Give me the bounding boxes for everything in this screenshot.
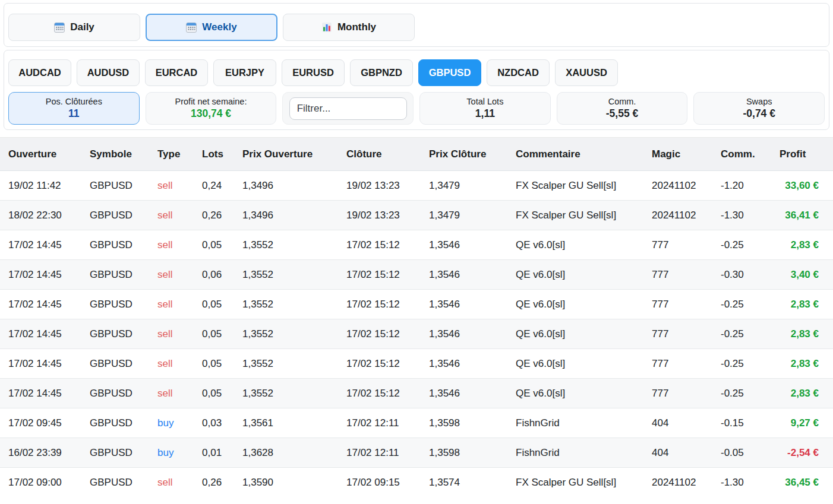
symbol-tab-gbpnzd[interactable]: GBPNZD <box>350 59 413 86</box>
cell-close-price: 1,3598 <box>421 438 507 468</box>
swaps-value: -0,74 € <box>743 107 775 120</box>
column-header: Magic <box>643 138 712 171</box>
column-header: Prix Clôture <box>421 138 507 171</box>
cell-open-time: 17/02 14:45 <box>0 290 81 319</box>
cell-comment: FX Scalper GU Sell[sl] <box>507 171 643 201</box>
commission-label: Comm. <box>608 97 636 106</box>
symbol-tab-nzdcad[interactable]: NZDCAD <box>487 59 550 86</box>
cell-lots: 0,05 <box>194 349 234 379</box>
cell-open-price: 1,3628 <box>234 438 338 468</box>
period-tab-monthly[interactable]: Monthly <box>283 14 415 41</box>
cell-close-price: 1,3598 <box>421 408 507 438</box>
total-lots-stat: Total Lots 1,11 <box>419 92 551 125</box>
cell-lots: 0,24 <box>194 171 234 201</box>
cell-open-time: 17/02 14:45 <box>0 260 81 290</box>
cell-close-price: 1,3546 <box>421 230 507 260</box>
cell-lots: 0,05 <box>194 230 234 260</box>
cell-magic: 777 <box>643 290 712 319</box>
symbol-tab-audcad[interactable]: AUDCAD <box>8 59 71 86</box>
cell-lots: 0,05 <box>194 379 234 408</box>
cell-lots: 0,05 <box>194 290 234 319</box>
stats-row: Pos. Clôturées 11 Profit net semaine: 13… <box>8 92 825 125</box>
cell-close-time: 17/02 15:12 <box>338 319 421 349</box>
calendar-icon <box>186 22 197 33</box>
cell-open-time: 18/02 22:30 <box>0 201 81 230</box>
symbol-tab-eurusd[interactable]: EURUSD <box>282 59 345 86</box>
cell-profit: 2,83 € <box>771 290 833 319</box>
column-header: Ouverture <box>0 138 81 171</box>
symbol-tab-eurcad[interactable]: EURCAD <box>145 59 208 86</box>
commission-value: -5,55 € <box>606 107 638 120</box>
cell-open-time: 17/02 14:45 <box>0 230 81 260</box>
cell-open-time: 16/02 23:39 <box>0 438 81 468</box>
cell-lots: 0,03 <box>194 408 234 438</box>
symbol-tab-label: EURJPY <box>225 67 264 78</box>
period-tab-weekly[interactable]: Weekly <box>146 14 277 41</box>
symbol-tab-label: XAUUSD <box>566 67 607 78</box>
cell-comment: QE v6.0[sl] <box>507 230 643 260</box>
cell-close-price: 1,3479 <box>421 171 507 201</box>
symbol-tab-label: NZDCAD <box>497 67 539 78</box>
cell-symbol: GBPUSD <box>81 201 149 230</box>
cell-comment: QE v6.0[sl] <box>507 319 643 349</box>
cell-symbol: GBPUSD <box>81 438 149 468</box>
cell-open-price: 1,3552 <box>234 290 338 319</box>
closed-positions-stat[interactable]: Pos. Clôturées 11 <box>8 92 140 125</box>
table-row: 17/02 14:45 GBPUSD sell 0,05 1,3552 17/0… <box>0 379 833 408</box>
table-row: 17/02 14:45 GBPUSD sell 0,05 1,3552 17/0… <box>0 230 833 260</box>
filter-box <box>282 92 414 125</box>
net-profit-stat: Profit net semaine: 130,74 € <box>146 92 277 125</box>
cell-type: sell <box>149 379 194 408</box>
symbol-tab-xauusd[interactable]: XAUUSD <box>555 59 618 86</box>
period-tab-label: Daily <box>70 21 94 33</box>
cell-type: sell <box>149 260 194 290</box>
column-header: Clôture <box>338 138 421 171</box>
cell-magic: 777 <box>643 379 712 408</box>
cell-lots: 0,06 <box>194 260 234 290</box>
cell-type: sell <box>149 319 194 349</box>
cell-type: sell <box>149 468 194 497</box>
cell-type: buy <box>149 408 194 438</box>
table-body: 19/02 11:42 GBPUSD sell 0,24 1,3496 19/0… <box>0 171 833 497</box>
cell-close-price: 1,3546 <box>421 260 507 290</box>
cell-open-price: 1,3496 <box>234 171 338 201</box>
cell-type: sell <box>149 230 194 260</box>
swaps-stat: Swaps -0,74 € <box>693 92 825 125</box>
cell-lots: 0,26 <box>194 468 234 497</box>
symbol-tab-gbpusd[interactable]: GBPUSD <box>418 59 481 86</box>
table-row: 16/02 23:39 GBPUSD buy 0,01 1,3628 17/02… <box>0 438 833 468</box>
filter-input[interactable] <box>289 97 407 120</box>
cell-open-time: 17/02 14:45 <box>0 349 81 379</box>
cell-open-price: 1,3552 <box>234 349 338 379</box>
cell-symbol: GBPUSD <box>81 290 149 319</box>
cell-close-time: 19/02 13:23 <box>338 201 421 230</box>
closed-positions-value: 11 <box>68 107 80 120</box>
period-tabs-panel: Daily <box>4 3 829 47</box>
period-tab-label: Monthly <box>337 21 376 33</box>
table-row: 17/02 14:45 GBPUSD sell 0,05 1,3552 17/0… <box>0 349 833 379</box>
cell-symbol: GBPUSD <box>81 468 149 497</box>
cell-magic: 404 <box>643 438 712 468</box>
cell-magic: 777 <box>643 349 712 379</box>
symbol-tab-label: AUDCAD <box>18 67 61 78</box>
cell-open-price: 1,3496 <box>234 201 338 230</box>
column-header: Prix Ouverture <box>234 138 338 171</box>
cell-close-price: 1,3546 <box>421 349 507 379</box>
period-tab-daily[interactable]: Daily <box>8 14 140 41</box>
cell-open-time: 17/02 14:45 <box>0 379 81 408</box>
cell-comment: QE v6.0[sl] <box>507 290 643 319</box>
closed-positions-label: Pos. Clôturées <box>46 97 102 106</box>
cell-close-price: 1,3574 <box>421 468 507 497</box>
cell-comment: QE v6.0[sl] <box>507 379 643 408</box>
cell-commission: -1.20 <box>712 171 771 201</box>
cell-lots: 0,01 <box>194 438 234 468</box>
cell-commission: -0.15 <box>712 408 771 438</box>
cell-open-price: 1,3552 <box>234 230 338 260</box>
symbol-tab-audusd[interactable]: AUDUSD <box>77 59 140 86</box>
cell-profit: 2,83 € <box>771 230 833 260</box>
cell-symbol: GBPUSD <box>81 171 149 201</box>
symbol-tab-label: AUDUSD <box>87 67 130 78</box>
cell-symbol: GBPUSD <box>81 230 149 260</box>
symbol-tab-eurjpy[interactable]: EURJPY <box>213 59 276 86</box>
cell-profit: 2,83 € <box>771 349 833 379</box>
